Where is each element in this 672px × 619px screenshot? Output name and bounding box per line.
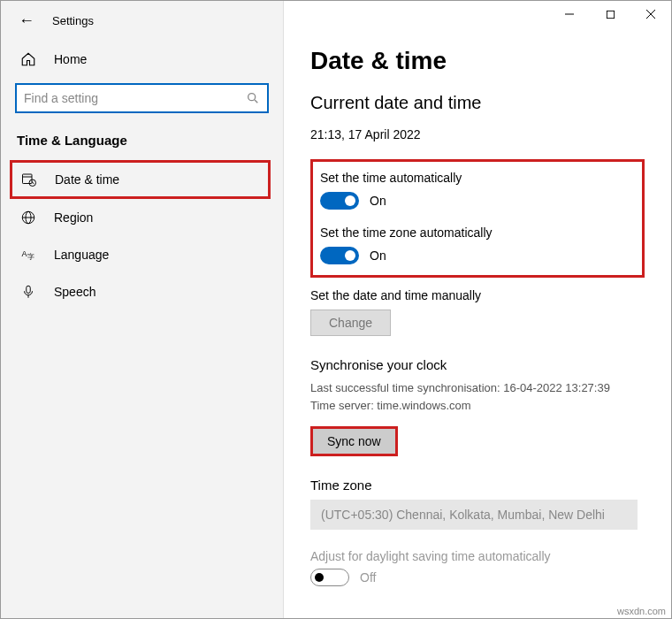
current-datetime: 21:13, 17 April 2022 xyxy=(310,127,645,141)
auto-time-state: On xyxy=(370,194,386,208)
sidebar: ← Settings Home Time & Language Date & t… xyxy=(1,1,284,618)
timezone-value: (UTC+05:30) Chennai, Kolkata, Mumbai, Ne… xyxy=(321,508,605,522)
content-pane: Date & time Current date and time 21:13,… xyxy=(284,1,671,618)
auto-settings-group: Set the time automatically On Set the ti… xyxy=(310,159,645,278)
window-title: Settings xyxy=(52,14,94,27)
search-icon xyxy=(246,91,260,105)
tz-title: Time zone xyxy=(310,478,645,493)
svg-text:字: 字 xyxy=(27,253,34,261)
sidebar-item-date-time[interactable]: Date & time xyxy=(10,160,271,199)
microphone-icon xyxy=(19,284,38,300)
sidebar-item-language[interactable]: A字 Language xyxy=(1,236,283,273)
minimize-button[interactable] xyxy=(549,1,590,27)
attribution: wsxdn.com xyxy=(617,606,666,616)
home-label: Home xyxy=(54,52,87,66)
sidebar-item-label: Date & time xyxy=(55,172,119,187)
timezone-select: (UTC+05:30) Chennai, Kolkata, Mumbai, Ne… xyxy=(310,500,638,530)
sync-last: Last successful time synchronisation: 16… xyxy=(310,379,645,397)
sidebar-category: Time & Language xyxy=(1,129,283,160)
svg-rect-15 xyxy=(607,11,614,18)
svg-rect-2 xyxy=(23,174,33,184)
globe-icon xyxy=(19,210,38,225)
close-button[interactable] xyxy=(630,1,671,27)
window-controls xyxy=(549,1,671,27)
auto-time-toggle[interactable] xyxy=(320,192,359,210)
change-button: Change xyxy=(310,310,391,336)
sidebar-item-label: Speech xyxy=(54,285,95,299)
sidebar-home[interactable]: Home xyxy=(1,41,283,78)
auto-tz-state: On xyxy=(370,248,386,263)
page-title: Date & time xyxy=(310,47,645,75)
sidebar-item-label: Region xyxy=(54,210,93,225)
svg-rect-12 xyxy=(27,286,31,293)
sync-title: Synchronise your clock xyxy=(310,357,645,372)
auto-tz-toggle[interactable] xyxy=(320,247,359,264)
sync-server: Time server: time.windows.com xyxy=(310,397,645,415)
calendar-clock-icon xyxy=(19,172,39,187)
sync-now-button[interactable]: Sync now xyxy=(310,426,398,456)
sidebar-item-speech[interactable]: Speech xyxy=(1,273,283,310)
search-input[interactable] xyxy=(24,91,246,105)
sidebar-item-region[interactable]: Region xyxy=(1,199,283,236)
svg-line-1 xyxy=(255,100,257,103)
svg-line-6 xyxy=(33,183,34,184)
titlebar: ← Settings xyxy=(1,8,283,41)
auto-time-label: Set the time automatically xyxy=(320,171,630,185)
sidebar-item-label: Language xyxy=(54,248,109,262)
language-icon: A字 xyxy=(19,247,38,263)
search-input-wrap[interactable] xyxy=(15,83,269,113)
section-title: Current date and time xyxy=(310,93,645,113)
sync-info: Last successful time synchronisation: 16… xyxy=(310,379,645,414)
svg-text:A: A xyxy=(22,249,27,258)
manual-label: Set the date and time manually xyxy=(310,288,645,302)
dst-state: Off xyxy=(360,570,376,585)
svg-point-0 xyxy=(248,94,256,101)
dst-label: Adjust for daylight saving time automati… xyxy=(310,549,645,563)
maximize-button[interactable] xyxy=(590,1,630,27)
home-icon xyxy=(19,51,38,67)
back-arrow-icon[interactable]: ← xyxy=(19,11,34,30)
auto-tz-label: Set the time zone automatically xyxy=(320,225,630,240)
dst-toggle xyxy=(310,569,349,586)
